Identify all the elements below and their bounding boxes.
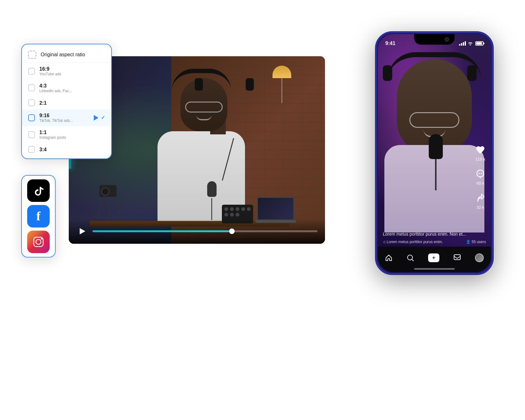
original-ar-label: Original aspect ratio (41, 52, 85, 58)
instagram-icon (32, 235, 45, 248)
home-nav-icon (385, 254, 392, 262)
phone-bottom-info: Lorem metus porttitor purus enim. Non et… (378, 232, 491, 244)
phone-person-glasses (409, 112, 459, 128)
headphone-left (195, 78, 203, 91)
facebook-icon: f (36, 210, 40, 222)
home-indicator (414, 268, 455, 270)
background-lamp (277, 66, 287, 103)
battery-icon (475, 41, 483, 46)
social-platform-panel: f (21, 175, 56, 258)
signal-bars (459, 41, 466, 46)
play-indicator-icon (94, 115, 98, 121)
create-button-icon: + (428, 253, 439, 262)
heart-icon (475, 144, 486, 156)
ar-ratio-3-4: 3:4 (39, 147, 105, 152)
ar-desc-9-16: TikTok, TikTok ads... (39, 118, 89, 123)
phone-headphone-left (383, 65, 392, 81)
comment-icon (475, 168, 486, 180)
microphone (207, 181, 217, 219)
play-button[interactable] (76, 226, 88, 237)
svg-point-2 (41, 238, 42, 240)
video-controls (69, 219, 325, 244)
phone-nav-home[interactable] (385, 254, 392, 262)
phone-headphone-right (467, 65, 477, 81)
ar-ratio-16-9: 16:9 (39, 66, 105, 72)
headphone-right (246, 78, 254, 91)
ar-desc-4-3: LinkedIn ads, Fac... (39, 89, 105, 93)
comments-item[interactable]: 60 k (475, 168, 486, 186)
share-icon (475, 192, 486, 204)
profile-avatar-icon (475, 253, 484, 262)
likes-count: 115 k (475, 157, 485, 162)
aspect-ratio-1-1[interactable]: 1:1 Instagram posts (22, 126, 111, 143)
likes-item[interactable]: 115 k (475, 144, 486, 162)
phone-microphone-assembly (429, 134, 443, 190)
aspect-ratio-panel: Original aspect ratio 16:9 YouTube ads 4… (21, 44, 112, 159)
svg-point-1 (36, 239, 41, 244)
original-ar-icon (28, 51, 36, 59)
ar-checkbox-2-1 (28, 99, 35, 106)
ar-desc-1-1: Instagram posts (39, 135, 105, 140)
status-icons (459, 41, 483, 46)
phone-users-label: 👤 55 users (466, 240, 486, 244)
tiktok-icon-wrapper[interactable] (27, 179, 50, 202)
search-nav-icon (407, 254, 414, 262)
svg-point-4 (478, 173, 480, 174)
phone-notch (414, 34, 455, 45)
shares-item[interactable]: 32 k (475, 192, 486, 210)
svg-line-8 (412, 259, 413, 261)
ar-checkbox-1-1 (28, 131, 35, 138)
comments-count: 60 k (477, 181, 484, 186)
progress-bar[interactable] (92, 230, 318, 232)
ar-ratio-9-16: 9:16 (39, 112, 89, 118)
facebook-icon-wrapper[interactable]: f (27, 205, 50, 228)
inbox-nav-icon (453, 254, 461, 262)
phone-caption: Lorem metus porttitor purus enim. Non et… (383, 232, 466, 237)
checkmark-icon: ✓ (101, 115, 105, 121)
play-icon (80, 228, 85, 234)
phone-music-label: ♫ Lorem metus porttitor purus enim. (383, 240, 443, 244)
progress-thumb[interactable] (229, 228, 235, 234)
ar-ratio-4-3: 4:3 (39, 83, 105, 89)
instagram-icon-wrapper[interactable] (27, 231, 50, 253)
ar-checkbox-16-9 (28, 68, 35, 75)
ar-checkbox-3-4 (28, 146, 35, 153)
laptop (257, 197, 294, 222)
progress-fill (92, 230, 232, 232)
phone-nav-create[interactable]: + (428, 253, 439, 262)
phone-nav-inbox[interactable] (453, 254, 461, 262)
ar-ratio-2-1: 2:1 (39, 100, 105, 106)
aspect-ratio-3-4[interactable]: 3:4 (22, 143, 111, 156)
phone-nav-search[interactable] (407, 254, 414, 262)
aspect-ratio-4-3[interactable]: 4:3 LinkedIn ads, Fac... (22, 80, 111, 97)
engagement-panel: 115 k 60 k (475, 144, 486, 210)
shares-count: 32 k (477, 205, 484, 210)
ar-checkbox-9-16 (28, 114, 35, 121)
aspect-ratio-16-9[interactable]: 16:9 YouTube ads (22, 63, 111, 80)
smile (196, 115, 212, 120)
svg-point-3 (477, 170, 484, 177)
phone-navigation-bar: + (378, 247, 491, 272)
tiktok-icon (32, 184, 45, 197)
aspect-ratio-original[interactable]: Original aspect ratio (22, 47, 111, 63)
ar-desc-16-9: YouTube ads (39, 72, 105, 76)
phone-screen: 9:41 (378, 34, 491, 272)
phone-nav-profile[interactable] (475, 253, 484, 262)
svg-point-5 (481, 173, 482, 174)
phone-mockup: 9:41 (375, 31, 494, 275)
front-camera (445, 37, 449, 42)
wifi-icon (468, 41, 473, 46)
ar-checkbox-4-3 (28, 84, 35, 91)
phone-time: 9:41 (385, 41, 395, 46)
aspect-ratio-2-1[interactable]: 2:1 (22, 96, 111, 109)
glasses (185, 102, 223, 112)
aspect-ratio-9-16[interactable]: 9:16 TikTok, TikTok ads... ✓ (22, 109, 111, 126)
ar-ratio-1-1: 1:1 (39, 129, 105, 135)
